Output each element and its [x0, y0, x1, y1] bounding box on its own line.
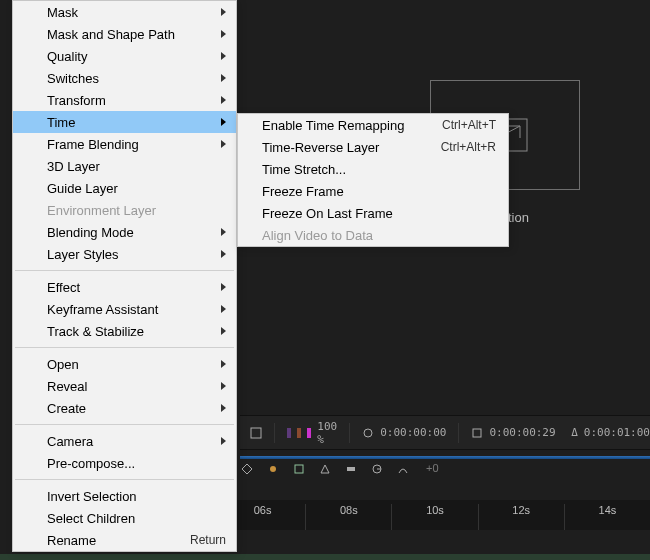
menu-item-3d-layer[interactable]: 3D Layer — [13, 155, 236, 177]
menu-item-label: Frame Blending — [47, 137, 139, 152]
menu-item-rename[interactable]: RenameReturn — [13, 529, 236, 551]
timeline-toolbar: 100 % 0:00:00:00 0:00:00:29 Δ 0:00:01:00 — [240, 415, 650, 450]
menu-separator — [15, 347, 234, 348]
submenu-item-label: Time-Reverse Layer — [262, 140, 379, 155]
menu-item-label: Effect — [47, 280, 80, 295]
menu-item-label: Reveal — [47, 379, 87, 394]
menu-item-label: Keyframe Assistant — [47, 302, 158, 317]
menu-item-label: Blending Mode — [47, 225, 134, 240]
duration-icon[interactable] — [471, 426, 483, 440]
quality-icon[interactable] — [292, 462, 306, 476]
menu-item-label: Rename — [47, 533, 96, 548]
menu-item-label: Open — [47, 357, 79, 372]
submenu-item-align-video-to-data: Align Video to Data — [238, 224, 508, 246]
submenu-item-time-reverse-layer[interactable]: Time-Reverse LayerCtrl+Alt+R — [238, 136, 508, 158]
menu-item-camera[interactable]: Camera — [13, 430, 236, 452]
svg-rect-4 — [251, 428, 261, 438]
label-color-chip[interactable] — [307, 428, 311, 438]
svg-rect-9 — [347, 467, 355, 471]
menu-item-label: Create — [47, 401, 86, 416]
menu-item-keyframe-assistant[interactable]: Keyframe Assistant — [13, 298, 236, 320]
zoom-percent[interactable]: 100 % — [317, 420, 337, 446]
time-submenu[interactable]: Enable Time RemappingCtrl+Alt+TTime-Reve… — [237, 113, 509, 247]
submenu-item-shortcut: Ctrl+Alt+R — [441, 140, 496, 154]
timecode-start[interactable]: 0:00:00:00 — [380, 426, 446, 439]
menu-item-invert-selection[interactable]: Invert Selection — [13, 485, 236, 507]
timeline-ruler[interactable]: 06s 08s 10s 12s 14s — [220, 500, 650, 530]
menu-item-label: Camera — [47, 434, 93, 449]
menu-item-label: Time — [47, 115, 75, 130]
menu-separator — [15, 479, 234, 480]
layer-context-menu[interactable]: MaskMask and Shape PathQualitySwitchesTr… — [12, 0, 237, 552]
label-color-chip[interactable] — [287, 428, 291, 438]
svg-rect-8 — [295, 465, 303, 473]
menu-item-label: 3D Layer — [47, 159, 100, 174]
effects-icon[interactable] — [318, 462, 332, 476]
svg-point-7 — [270, 466, 276, 472]
menu-item-label: Switches — [47, 71, 99, 86]
svg-point-5 — [364, 429, 372, 437]
ruler-tick: 10s — [391, 504, 477, 530]
menu-item-label: Mask — [47, 5, 78, 20]
svg-rect-6 — [473, 429, 481, 437]
menu-item-frame-blending[interactable]: Frame Blending — [13, 133, 236, 155]
menu-item-reveal[interactable]: Reveal — [13, 375, 236, 397]
label-color-chip[interactable] — [297, 428, 301, 438]
menu-item-create[interactable]: Create — [13, 397, 236, 419]
submenu-item-freeze-frame[interactable]: Freeze Frame — [238, 180, 508, 202]
menu-item-environment-layer: Environment Layer — [13, 199, 236, 221]
menu-item-open[interactable]: Open — [13, 353, 236, 375]
submenu-item-shortcut: Ctrl+Alt+T — [442, 118, 496, 132]
frame-blend-icon[interactable] — [344, 462, 358, 476]
menu-item-label: Mask and Shape Path — [47, 27, 175, 42]
menu-item-label: Transform — [47, 93, 106, 108]
resolution-icon[interactable] — [362, 426, 374, 440]
collapse-icon[interactable] — [266, 462, 280, 476]
timeline-icon-row: +0 — [240, 462, 439, 476]
menu-item-label: Quality — [47, 49, 87, 64]
menu-item-label: Pre-compose... — [47, 456, 135, 471]
submenu-item-label: Time Stretch... — [262, 162, 346, 177]
menu-item-guide-layer[interactable]: Guide Layer — [13, 177, 236, 199]
menu-item-label: Track & Stabilize — [47, 324, 144, 339]
submenu-item-label: Freeze On Last Frame — [262, 206, 393, 221]
toggle-switches-icon[interactable] — [250, 426, 262, 440]
ruler-tick: 08s — [305, 504, 391, 530]
submenu-item-label: Enable Time Remapping — [262, 118, 404, 133]
ruler-tick: 14s — [564, 504, 650, 530]
submenu-item-label: Align Video to Data — [262, 228, 373, 243]
delta-label: Δ — [571, 426, 578, 439]
ruler-tick: 12s — [478, 504, 564, 530]
menu-item-track-stabilize[interactable]: Track & Stabilize — [13, 320, 236, 342]
menu-item-switches[interactable]: Switches — [13, 67, 236, 89]
timecode-delta: 0:00:01:00 — [584, 426, 650, 439]
timecode-end[interactable]: 0:00:00:29 — [489, 426, 555, 439]
timeline-divider — [240, 456, 650, 459]
menu-item-label: Invert Selection — [47, 489, 137, 504]
menu-item-time[interactable]: Time — [13, 111, 236, 133]
menu-item-shortcut: Return — [190, 533, 226, 547]
shy-icon[interactable] — [240, 462, 254, 476]
menu-item-label: Environment Layer — [47, 203, 156, 218]
menu-item-layer-styles[interactable]: Layer Styles — [13, 243, 236, 265]
composition-label-fragment: tion — [508, 210, 529, 225]
submenu-item-label: Freeze Frame — [262, 184, 344, 199]
menu-item-select-children[interactable]: Select Children — [13, 507, 236, 529]
menu-item-mask-and-shape-path[interactable]: Mask and Shape Path — [13, 23, 236, 45]
menu-item-effect[interactable]: Effect — [13, 276, 236, 298]
submenu-item-enable-time-remapping[interactable]: Enable Time RemappingCtrl+Alt+T — [238, 114, 508, 136]
plus-indicator: +0 — [426, 462, 439, 476]
motion-blur-icon[interactable] — [370, 462, 384, 476]
menu-item-label: Select Children — [47, 511, 135, 526]
menu-separator — [15, 424, 234, 425]
graph-editor-icon[interactable] — [396, 462, 410, 476]
menu-item-label: Layer Styles — [47, 247, 119, 262]
menu-item-mask[interactable]: Mask — [13, 1, 236, 23]
menu-item-blending-mode[interactable]: Blending Mode — [13, 221, 236, 243]
submenu-item-time-stretch[interactable]: Time Stretch... — [238, 158, 508, 180]
menu-item-pre-compose[interactable]: Pre-compose... — [13, 452, 236, 474]
menu-item-transform[interactable]: Transform — [13, 89, 236, 111]
menu-item-quality[interactable]: Quality — [13, 45, 236, 67]
submenu-item-freeze-on-last-frame[interactable]: Freeze On Last Frame — [238, 202, 508, 224]
menu-separator — [15, 270, 234, 271]
